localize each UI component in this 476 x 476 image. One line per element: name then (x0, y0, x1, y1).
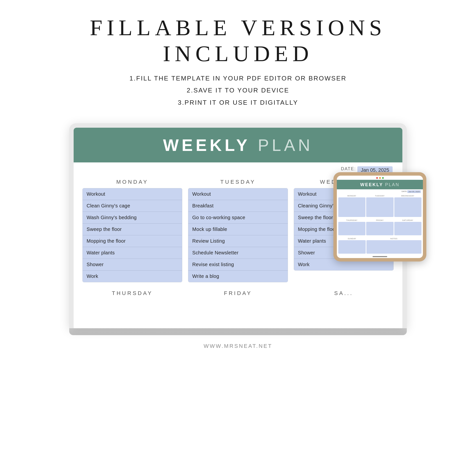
tablet-col-fri: FRIDAY (366, 220, 393, 235)
dot-yellow (379, 177, 381, 179)
bottom-day-label-2: SA... (291, 288, 396, 296)
weekly-light-text: PLAN (250, 136, 313, 154)
device-mockup-area: WEEKLY PLAN DATE: Jan 05, 2025 MONDAYWor… (50, 123, 426, 328)
day-label-1: TUESDAY (188, 179, 288, 185)
task-item[interactable]: Workout (188, 188, 288, 200)
tablet-sat-label: SATURDAY (394, 220, 422, 221)
tablet-notes-row: SUNDAY NOTES (337, 238, 423, 255)
weekly-bold-text: WEEKLY (163, 136, 250, 154)
day-label-0: MONDAY (83, 179, 182, 185)
tablet-date: DATE: Jan 05, 2025 (337, 189, 423, 194)
tablet-mockup-wrapper: WEEKLY PLAN DATE: Jan 05, 2025 MONDAY TU… (333, 172, 426, 261)
tablet-date-label: DATE: (402, 190, 407, 193)
instruction-1: 1.FILL THE TEMPLATE IN YOUR PDF EDITOR O… (129, 72, 347, 85)
days-grid-bottom: THURSDAYFRIDAYSA... (74, 286, 402, 302)
task-item[interactable]: Mock up fillable (188, 223, 288, 235)
tablet-home-bar (337, 255, 423, 258)
bottom-day-label-0: THURSDAY (80, 288, 185, 296)
tablet-mon-label: MONDAY (338, 195, 365, 197)
tablet-weekly-title: WEEKLY PLAN (337, 182, 423, 187)
tablet-notes-box (366, 240, 422, 254)
task-item[interactable]: Write a blog (188, 271, 288, 282)
tablet-notes-label: NOTES (366, 238, 422, 239)
tablet-bold-text: WEEKLY (360, 182, 383, 187)
instruction-3: 3.PRINT IT OR USE IT DIGITALLY (129, 97, 347, 109)
tablet-grid-top: MONDAY TUESDAY WEDNESDAY (337, 194, 423, 218)
tablet-light-text: PLAN (383, 182, 399, 187)
tablet-mon-box (338, 197, 365, 217)
task-item[interactable]: Wash Ginny's bedding (83, 212, 182, 223)
tablet-sun-box (338, 240, 366, 254)
task-item[interactable]: Mopping the floor (83, 235, 182, 247)
tablet-screen: WEEKLY PLAN DATE: Jan 05, 2025 MONDAY TU… (337, 176, 423, 258)
tablet-wed-label: WEDNESDAY (394, 195, 422, 197)
tablet-tue-label: TUESDAY (366, 195, 393, 197)
weekly-plan-title: WEEKLY PLAN (74, 136, 402, 154)
task-list-0: WorkoutClean Ginny's cageWash Ginny's be… (83, 188, 182, 282)
task-item[interactable]: Shower (83, 259, 182, 271)
task-item[interactable]: Revise exist listing (188, 259, 288, 271)
tablet-home-indicator (373, 256, 387, 257)
bottom-day-col-2: SA... (291, 288, 396, 296)
tablet-grid-bottom: THURSDAY FRIDAY SATURDAY (337, 220, 423, 236)
task-item[interactable]: Sweep the floor (83, 223, 182, 235)
task-item[interactable]: Water plants (83, 247, 182, 259)
task-item[interactable]: Go to co-working space (188, 212, 288, 223)
bottom-day-col-1: FRIDAY (185, 288, 291, 296)
tablet-col-thu: THURSDAY (338, 220, 365, 235)
task-item[interactable]: Work (83, 271, 182, 282)
day-col-1: TUESDAYWorkoutBreakfastGo to co-working … (185, 179, 291, 282)
tablet-thu-label: THURSDAY (338, 220, 365, 221)
task-item[interactable]: Workout (83, 188, 182, 200)
tablet-sat-box (394, 222, 422, 235)
dot-red (376, 177, 378, 179)
tablet-thu-box (338, 222, 365, 235)
tablet-col-mon: MONDAY (338, 195, 365, 217)
tablet-col-sat: SATURDAY (394, 220, 422, 235)
tablet-date-value: Jan 05, 2025 (407, 190, 421, 193)
day-col-0: MONDAYWorkoutClean Ginny's cageWash Ginn… (80, 179, 185, 282)
tablet-fri-box (366, 222, 393, 235)
tablet-col-wed: WEDNESDAY (394, 195, 422, 217)
tablet-wed-box (394, 197, 422, 217)
weekly-plan-header: WEEKLY PLAN (74, 128, 402, 162)
task-item[interactable]: Review Listing (188, 235, 288, 247)
tablet-dots (337, 176, 423, 180)
bottom-day-label-1: FRIDAY (185, 288, 291, 296)
tablet-notes-col: NOTES (366, 238, 422, 254)
page-title: FILLABLE VERSIONS INCLUDED (19, 15, 457, 67)
laptop-base (69, 328, 407, 335)
instruction-2: 2.SAVE IT TO YOUR DEVICE (129, 85, 347, 96)
tablet-col-tue: TUESDAY (366, 195, 393, 217)
task-list-1: WorkoutBreakfastGo to co-working spaceMo… (188, 188, 288, 282)
footer-website: WWW.MRSNEAT.NET (204, 343, 272, 349)
tablet-weekly-header: WEEKLY PLAN (337, 180, 423, 189)
tablet-fri-label: FRIDAY (366, 220, 393, 221)
tablet-tue-box (366, 197, 393, 217)
tablet-sun-label: SUNDAY (338, 238, 366, 239)
tablet-mockup: WEEKLY PLAN DATE: Jan 05, 2025 MONDAY TU… (333, 172, 426, 261)
instructions-block: 1.FILL THE TEMPLATE IN YOUR PDF EDITOR O… (129, 72, 347, 109)
task-item[interactable]: Breakfast (188, 200, 288, 212)
task-item[interactable]: Schedule Newsletter (188, 247, 288, 259)
dot-green (382, 177, 384, 179)
task-item[interactable]: Clean Ginny's cage (83, 200, 182, 212)
tablet-col-sun: SUNDAY (338, 238, 366, 254)
bottom-day-col-0: THURSDAY (80, 288, 185, 296)
